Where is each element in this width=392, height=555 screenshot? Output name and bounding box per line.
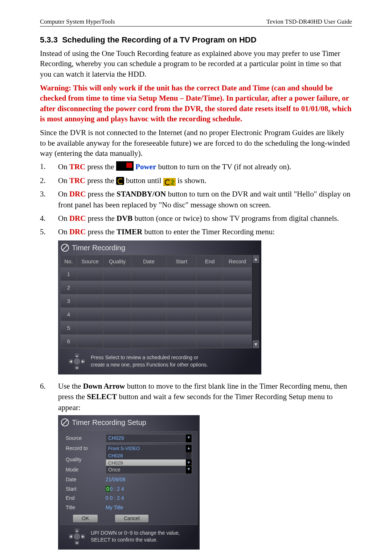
timer-table: No. Source Quality Date Start End Record… [60, 255, 252, 348]
mode-dropdown[interactable]: Once ▼ [106, 466, 192, 474]
step-4: 4. On DRC press the DVB button (once or … [40, 213, 352, 224]
setup-hint: ▲▼ ◀▶ UP/ DOWN or 0~9 to change the valu… [58, 525, 200, 547]
chevron-down-icon[interactable]: ▼ [186, 466, 192, 474]
step-5: 5. On DRC press the TIMER button to ente… [40, 227, 352, 374]
source-options-list[interactable]: Front S-VIDEO ▲ CH028 CH029 [106, 445, 192, 467]
table-row: 3 [61, 294, 252, 308]
header-right: Tevion TSD-DR40HD User Guide [266, 18, 352, 25]
select-label: SELECT [87, 392, 117, 401]
scrollbar[interactable]: ▲ ▼ [253, 255, 259, 348]
start-time-field[interactable]: 00 : 2 4 [106, 486, 124, 493]
no-entry-icon [61, 418, 69, 426]
row-mode: Mode Once ▼ [63, 465, 195, 475]
intro-paragraph: Instead of using the One Touch Recording… [40, 48, 352, 79]
timer-hint: ▲▼ ◀▶ Press Select to review a scheduled… [58, 348, 261, 372]
power-button-icon [116, 161, 134, 171]
trc-label: TRC [69, 162, 85, 171]
header-left: Computer System HyperTools [40, 18, 115, 25]
step-2: 2. On TRC press the button until 2 is sh… [40, 175, 352, 186]
trc-label: TRC [69, 176, 85, 185]
step-3: 3. On DRC press the STANDBY/ON button to… [40, 189, 352, 210]
timer-label: TIMER [117, 227, 142, 236]
dvb-label: DVB [117, 214, 132, 223]
row-date: Date 21/09/08 [63, 475, 195, 485]
standby-on-label: STANDBY/ON [117, 190, 166, 198]
no-entry-icon [61, 244, 69, 252]
down-arrow-label: Down Arrow [83, 382, 125, 390]
scroll-up-icon[interactable]: ▲ [253, 255, 259, 263]
power-label: Power [135, 162, 156, 171]
scroll-down-icon[interactable]: ▼ [253, 340, 259, 348]
av-button-icon [116, 177, 124, 185]
cancel-button[interactable]: Cancel [115, 515, 148, 523]
dpad-icon: ▲▼ ◀▶ [69, 353, 85, 369]
table-row: 6 [61, 335, 252, 348]
table-row: 1 [61, 267, 252, 281]
row-start: Start 00 : 2 4 [63, 485, 195, 494]
ok-button[interactable]: OK [73, 515, 98, 523]
row-source: Source CH029 ▼ [63, 433, 195, 444]
row-end: End 0 0 : 2 4 [63, 494, 195, 503]
table-row: 5 [61, 321, 252, 335]
step-6: 6. Use the Down Arrow button to move to … [40, 381, 352, 550]
av2-indicator-icon: 2 [163, 178, 176, 186]
row-title: Title My Title [63, 503, 195, 513]
paragraph-2: Since the DVR is not connected to the In… [40, 127, 352, 158]
drc-label: DRC [69, 214, 86, 223]
source-dropdown[interactable]: CH029 ▼ [106, 434, 192, 443]
table-row: 2 [61, 281, 252, 294]
warning-paragraph: Warning: This will only work if the unit… [40, 83, 352, 124]
chevron-down-icon[interactable]: ▼ [186, 434, 192, 442]
timer-setup-panel: Timer Recording Setup Source CH029 ▼ [58, 415, 200, 550]
table-row: 4 [61, 308, 252, 321]
page-header: Computer System HyperTools Tevion TSD-DR… [40, 18, 352, 27]
step-1: 1. On TRC press the Power button to turn… [40, 161, 352, 172]
chevron-up-icon[interactable]: ▲ [186, 445, 192, 452]
timer-recording-panel: Timer Recording No. Source Quality Date … [58, 240, 261, 374]
dpad-icon: ▲▼ ◀▶ [69, 528, 85, 544]
drc-label: DRC [69, 227, 86, 236]
section-heading: 5.3.3 Scheduling the Recording of a TV P… [40, 35, 352, 45]
timer-panel-title: Timer Recording [58, 240, 261, 255]
setup-panel-title: Timer Recording Setup [58, 415, 200, 430]
drc-label: DRC [69, 190, 86, 198]
